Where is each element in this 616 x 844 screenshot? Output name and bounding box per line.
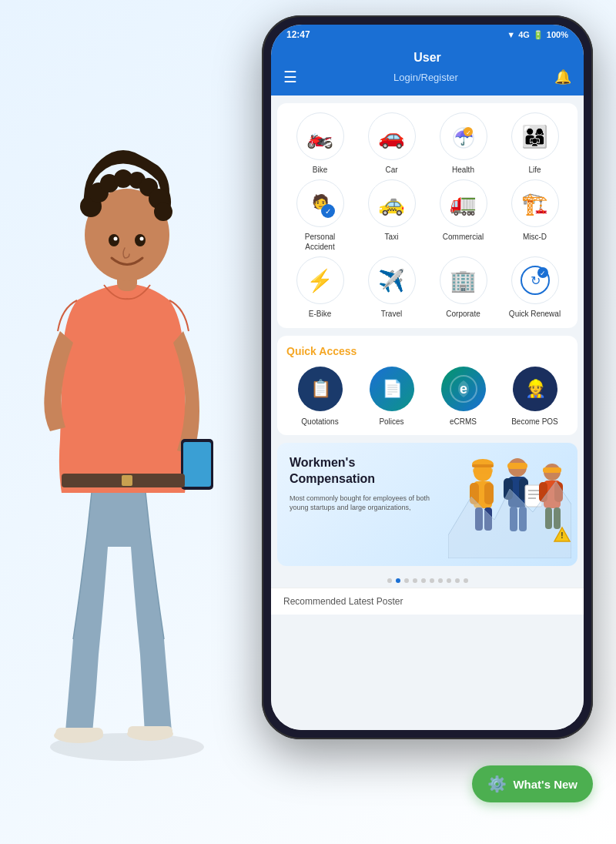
dot-2 (396, 578, 400, 583)
recommended-bar: Recommended Latest Poster (271, 588, 584, 615)
insurance-item-travel[interactable]: ✈️ Travel (358, 256, 425, 319)
quick-access-grid: 📋 Quotations 📄 Polices (286, 367, 568, 426)
svg-text:e: e (459, 381, 467, 397)
car-label: Car (385, 165, 397, 175)
polices-label: Polices (379, 417, 403, 426)
e-bike-icon: ⚡ (296, 256, 344, 304)
insurance-item-commercial[interactable]: 🚛 Commercial (430, 179, 497, 252)
banner-title: Workmen'sCompensation (290, 455, 441, 487)
commercial-label: Commercial (443, 232, 484, 242)
svg-text:↻: ↻ (530, 274, 540, 287)
personal-accident-label: Personal Accident (305, 232, 335, 252)
banner-text-area: Workmen'sCompensation Most commonly boug… (290, 455, 441, 513)
svg-point-17 (109, 234, 119, 246)
quotations-label: Quotations (301, 417, 338, 426)
become-pos-icon: 👷 (513, 367, 557, 411)
dot-8 (447, 578, 451, 583)
become-pos-label: Become POS (511, 417, 558, 426)
svg-rect-22 (122, 475, 132, 486)
insurance-item-quick-renewal[interactable]: ↻ ✓ Quick Renewal (501, 256, 568, 319)
svg-rect-2 (55, 728, 103, 738)
svg-point-18 (135, 234, 146, 246)
personal-accident-icon: 🧑 ✓ (296, 179, 344, 227)
banner-illustration: ! (443, 443, 578, 566)
svg-text:📄: 📄 (381, 378, 403, 399)
person-svg (8, 39, 246, 770)
life-icon: 👨‍👩‍👧 (511, 112, 559, 160)
corporate-label: Corporate (446, 309, 480, 319)
car-icon: 🚗 (368, 112, 416, 160)
qa-item-polices[interactable]: 📄 Polices (358, 367, 425, 426)
notification-bell[interactable]: 🔔 (554, 69, 571, 85)
svg-rect-60 (543, 467, 561, 473)
dot-7 (438, 578, 443, 583)
header-title: User (283, 51, 571, 65)
misc-d-icon: 🏗️ (511, 179, 559, 227)
insurance-item-misc-d[interactable]: 🏗️ Misc-D (501, 179, 568, 252)
svg-rect-4 (128, 726, 172, 736)
insurance-item-corporate[interactable]: 🏢 Corporate (430, 256, 497, 319)
header-row: ☰ Login/Register 🔔 (283, 68, 571, 86)
banner-card: Workmen'sCompensation Most commonly boug… (277, 443, 578, 566)
health-label: Health (452, 165, 474, 175)
insurance-item-bike[interactable]: 🏍️ Bike (286, 112, 353, 175)
life-label: Life (528, 165, 541, 175)
corporate-icon: 🏢 (440, 256, 487, 304)
svg-point-16 (154, 203, 172, 221)
qa-item-quotations[interactable]: 📋 Quotations (286, 367, 353, 426)
whats-new-button[interactable]: ⚙️ What's New (472, 765, 593, 802)
battery-icon: 🔋 (533, 30, 544, 40)
insurance-item-health[interactable]: ☂️ ✓ Health (430, 112, 497, 175)
dot-9 (455, 578, 460, 583)
signal-icon: 4G (518, 30, 530, 39)
person-figure (8, 39, 239, 770)
status-bar: 12:47 ▼ 4G 🔋 100% (271, 25, 584, 45)
whats-new-label: What's New (513, 778, 578, 791)
insurance-item-life[interactable]: 👨‍👩‍👧 Life (501, 112, 568, 175)
svg-text:👷: 👷 (524, 378, 546, 399)
svg-text:✓: ✓ (465, 129, 470, 136)
wifi-icon: ▼ (507, 30, 515, 39)
taxi-icon: 🚕 (368, 179, 416, 227)
scroll-content: 🏍️ Bike 🚗 Car ☂️ (271, 95, 584, 730)
insurance-item-e-bike[interactable]: ⚡ E-Bike (286, 256, 353, 319)
svg-rect-6 (183, 442, 211, 487)
quick-access-title: Quick Access (286, 345, 568, 357)
svg-text:!: ! (561, 531, 564, 540)
insurance-grid: 🏍️ Bike 🚗 Car ☂️ (286, 112, 568, 319)
ecrms-label: eCRMS (450, 417, 477, 426)
quick-access-card: Quick Access 📋 Quotations (277, 336, 578, 435)
health-icon: ☂️ ✓ (440, 112, 487, 160)
phone-outer: 12:47 ▼ 4G 🔋 100% User ☰ Login/Register … (262, 15, 593, 739)
svg-rect-49 (507, 463, 527, 469)
status-time: 12:47 (286, 29, 310, 40)
ecrms-icon: e (441, 367, 486, 411)
dot-5 (421, 578, 426, 583)
insurance-item-car[interactable]: 🚗 Car (358, 112, 425, 175)
svg-text:📋: 📋 (310, 378, 331, 399)
dot-1 (387, 578, 392, 583)
qa-item-become-pos[interactable]: 👷 Become POS (501, 367, 568, 426)
insurance-item-personal-accident[interactable]: 🧑 ✓ Personal Accident (286, 179, 353, 252)
recommended-text: Recommended Latest Poster (283, 596, 403, 607)
insurance-card: 🏍️ Bike 🚗 Car ☂️ (277, 103, 578, 328)
travel-icon: ✈️ (368, 256, 416, 304)
menu-button[interactable]: ☰ (283, 68, 297, 86)
insurance-item-taxi[interactable]: 🚕 Taxi (358, 179, 425, 252)
svg-point-20 (140, 237, 144, 241)
misc-d-label: Misc-D (523, 232, 547, 242)
dot-10 (464, 578, 468, 583)
svg-rect-43 (484, 483, 494, 504)
banner-description: Most commonly bought for employees of bo… (290, 494, 441, 513)
phone-wrapper: 12:47 ▼ 4G 🔋 100% User ☰ Login/Register … (246, 15, 608, 824)
app-header: User ☰ Login/Register 🔔 (271, 45, 584, 95)
login-register-link[interactable]: Login/Register (393, 72, 458, 83)
travel-label: Travel (381, 309, 402, 319)
svg-text:✓: ✓ (325, 207, 331, 216)
battery-percent: 100% (547, 30, 568, 39)
status-icons: ▼ 4G 🔋 100% (507, 30, 568, 40)
qa-item-ecrms[interactable]: e eCRMS (430, 367, 497, 426)
taxi-label: Taxi (385, 232, 399, 242)
phone-screen: 12:47 ▼ 4G 🔋 100% User ☰ Login/Register … (271, 25, 584, 730)
dot-3 (404, 578, 409, 583)
